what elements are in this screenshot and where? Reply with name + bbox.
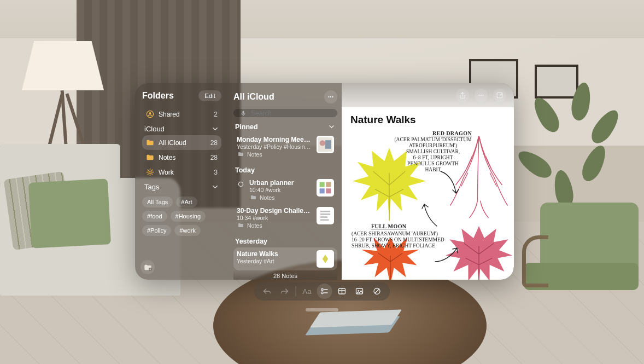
note-sketch: RED DRAGON (ACER PALMATUM 'DISSECTUM ATR… (350, 130, 505, 273)
draw-button[interactable] (370, 284, 385, 299)
note-pane: Nature Walks (342, 83, 514, 280)
list-section-yesterday: Yesterday (233, 232, 337, 247)
mic-icon (239, 109, 247, 117)
sidebar-item-count: 2 (214, 111, 218, 118)
edit-button[interactable]: Edit (198, 90, 221, 101)
sidebar-item-shared[interactable]: Shared 2 (142, 107, 221, 122)
note-item[interactable]: Urban planner 10:40 #work Notes (233, 176, 337, 204)
svg-rect-14 (326, 182, 331, 187)
compose-button[interactable] (493, 89, 506, 102)
table-button[interactable] (335, 284, 350, 299)
tag-policy[interactable]: #Policy (142, 225, 171, 236)
note-thumbnail (317, 250, 334, 268)
svg-point-9 (320, 140, 325, 146)
svg-point-6 (332, 96, 333, 97)
svg-rect-16 (326, 188, 331, 193)
svg-point-2 (149, 171, 151, 173)
folder-icon (146, 138, 154, 147)
svg-rect-17 (318, 209, 332, 223)
section-icloud[interactable]: iCloud (142, 122, 221, 135)
svg-point-1 (149, 112, 151, 114)
sidebar-item-all-icloud[interactable]: All iCloud 28 (142, 135, 221, 150)
folder-icon (146, 153, 154, 161)
chevron-down-icon (211, 183, 219, 191)
folder-icon (237, 221, 245, 229)
svg-point-24 (481, 95, 482, 96)
tag-work[interactable]: #work (174, 225, 200, 236)
search-input[interactable] (251, 109, 333, 117)
folder-icon (249, 193, 257, 201)
person-circle-icon (146, 110, 154, 118)
svg-rect-30 (324, 292, 328, 293)
svg-point-5 (330, 96, 331, 97)
tag-art[interactable]: #Art (176, 197, 197, 207)
folders-title: Folders (142, 91, 174, 101)
note-item[interactable]: Monday Morning Meeting Yesterday #Policy… (233, 133, 337, 161)
label-full-moon-title: FULL MOON (371, 223, 406, 230)
note-more-button[interactable] (475, 89, 488, 102)
notes-window: Folders Edit Shared 2 iCloud All iCloud … (135, 83, 514, 280)
redo-button[interactable] (277, 284, 292, 299)
svg-point-11 (238, 182, 243, 186)
note-body[interactable]: Nature Walks (342, 107, 514, 280)
svg-rect-13 (320, 182, 325, 187)
section-tags[interactable]: Tags (142, 180, 221, 193)
list-title: All iCloud (233, 92, 320, 102)
sidebar-item-work[interactable]: Work 3 (142, 165, 221, 180)
svg-point-33 (358, 290, 359, 291)
format-button[interactable]: Aa (300, 284, 315, 299)
sidebar-item-label: Shared (159, 111, 180, 118)
sidebar-item-notes[interactable]: Notes 28 (142, 150, 221, 165)
gear-icon (146, 168, 154, 176)
svg-rect-19 (320, 213, 330, 215)
svg-rect-7 (242, 111, 244, 113)
tag-housing[interactable]: #Housing (171, 211, 206, 222)
note-thumbnail (317, 136, 334, 153)
window-grabber[interactable] (306, 308, 338, 311)
folders-sidebar: Folders Edit Shared 2 iCloud All iCloud … (135, 83, 227, 280)
svg-rect-18 (320, 211, 330, 212)
tag-all[interactable]: All Tags (142, 197, 173, 207)
label-red-dragon-title: RED DRAGON (432, 130, 472, 137)
list-more-button[interactable] (324, 90, 337, 103)
svg-point-25 (482, 95, 483, 96)
svg-rect-21 (320, 219, 329, 221)
bullet-icon (237, 180, 245, 188)
search-field[interactable] (233, 109, 337, 117)
new-folder-button[interactable] (140, 260, 155, 274)
chevron-down-icon (211, 125, 219, 133)
list-section-pinned[interactable]: Pinned (233, 117, 337, 133)
svg-rect-20 (320, 216, 327, 218)
note-item-selected[interactable]: Nature Walks Yesterday #Art (233, 247, 337, 270)
note-thumbnail (317, 179, 334, 197)
svg-point-29 (321, 292, 324, 294)
svg-rect-10 (325, 140, 331, 149)
note-title: Nature Walks (350, 114, 505, 126)
notes-list: All iCloud Pinned Monday Morning Meeting… (227, 83, 342, 280)
label-red-dragon-body: (ACER PALMATUM 'DISSECTUM ATROPURPUREUM'… (392, 137, 474, 173)
note-item[interactable]: 30-Day Design Challenge 10:34 #work Note… (233, 204, 337, 232)
folder-icon (237, 150, 245, 158)
undo-button[interactable] (260, 284, 275, 299)
format-toolbar: Aa (254, 282, 390, 301)
checklist-button[interactable] (317, 284, 332, 299)
note-toolbar (342, 83, 514, 107)
svg-point-23 (478, 95, 479, 96)
list-count-footer: 28 Notes (233, 270, 337, 280)
svg-point-4 (328, 96, 329, 97)
share-button[interactable] (456, 89, 469, 102)
list-section-today: Today (233, 161, 337, 176)
media-button[interactable] (352, 284, 367, 299)
tag-food[interactable]: #food (142, 211, 167, 222)
svg-rect-28 (324, 289, 328, 290)
note-thumbnail (317, 207, 334, 224)
chevron-down-icon (327, 123, 336, 131)
svg-rect-15 (320, 188, 325, 193)
tags-list: All Tags #Art #food #Housing #Policy #wo… (142, 197, 221, 236)
